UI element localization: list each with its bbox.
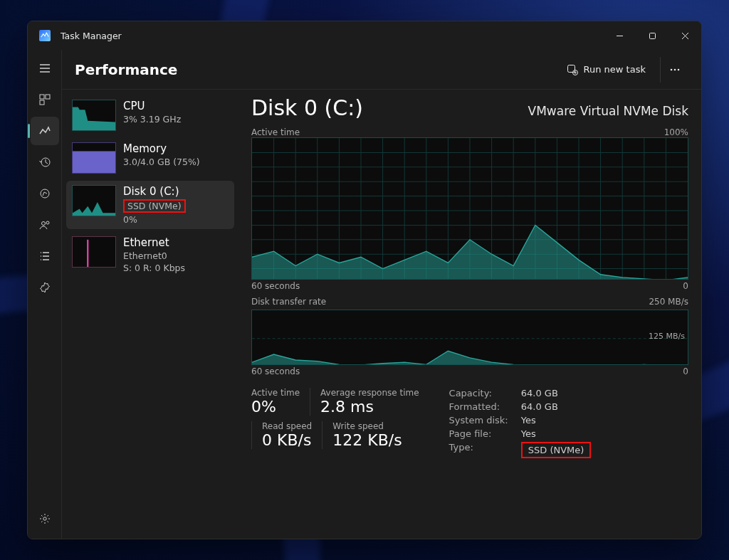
more-options-button[interactable] xyxy=(660,57,688,83)
detail-model: VMware Virtual NVMe Disk xyxy=(528,104,688,118)
task-manager-window: Task Manager Performance xyxy=(27,21,702,539)
svg-point-14 xyxy=(670,68,672,70)
detail-title: Disk 0 (C:) xyxy=(251,95,363,120)
kpi-read-label: Read speed xyxy=(262,421,312,431)
svg-rect-12 xyxy=(567,65,575,72)
svg-rect-5 xyxy=(46,95,50,99)
svg-rect-4 xyxy=(40,95,44,99)
disk-sub2: 0% xyxy=(123,214,186,225)
svg-marker-19 xyxy=(73,202,115,216)
nav-services[interactable] xyxy=(31,273,59,302)
titlebar: Task Manager xyxy=(28,21,701,50)
svg-rect-1 xyxy=(649,33,655,38)
minimize-button[interactable] xyxy=(603,21,636,50)
disk-name: Disk 0 (C:) xyxy=(123,185,186,198)
nav-users[interactable] xyxy=(31,211,59,239)
app-icon xyxy=(39,30,51,41)
maximize-button[interactable] xyxy=(636,21,668,50)
chart2-max: 250 MB/s xyxy=(649,297,688,307)
svg-point-10 xyxy=(46,221,49,224)
kpi-read-value: 0 KB/s xyxy=(262,431,312,449)
nav-processes[interactable] xyxy=(31,85,59,114)
eth-name: Ethernet xyxy=(123,236,185,249)
detail-panel: Disk 0 (C:) VMware Virtual NVMe Disk Act… xyxy=(238,90,701,539)
nav-details[interactable] xyxy=(31,242,59,270)
chart1-xright: 0 xyxy=(683,281,688,291)
sidebar-item-disk0[interactable]: Disk 0 (C:) SSD (NVMe) 0% xyxy=(66,181,234,229)
svg-point-8 xyxy=(41,189,49,198)
eth-sub1: Ethernet0 xyxy=(123,250,185,261)
eth-thumb xyxy=(72,236,116,268)
kpi-avg-value: 2.8 ms xyxy=(320,398,419,416)
hamburger-button[interactable] xyxy=(31,54,59,83)
transfer-rate-chart: 125 MB/s xyxy=(251,310,688,365)
page-title: Performance xyxy=(75,61,177,78)
type-value: SSD (NVMe) xyxy=(521,442,592,458)
sidebar-item-ethernet[interactable]: Ethernet Ethernet0 S: 0 R: 0 Kbps xyxy=(66,232,234,278)
svg-marker-17 xyxy=(73,107,115,130)
performance-sidebar: CPU 3% 3.19 GHz Memory 3.0/4.0 GB (75%) xyxy=(62,90,238,539)
eth-sub2: S: 0 R: 0 Kbps xyxy=(123,263,185,273)
run-task-icon xyxy=(567,64,578,75)
nav-performance[interactable] xyxy=(31,117,59,145)
sidebar-item-memory[interactable]: Memory 3.0/4.0 GB (75%) xyxy=(66,138,234,178)
active-time-chart xyxy=(251,137,688,280)
disk-sub1: SSD (NVMe) xyxy=(123,199,186,213)
chart1-max: 100% xyxy=(664,127,688,137)
kpi-active-label: Active time xyxy=(251,388,300,398)
memory-sub: 3.0/4.0 GB (75%) xyxy=(123,157,200,167)
svg-point-16 xyxy=(677,68,679,70)
kpi-avg-label: Average response time xyxy=(320,388,419,398)
chart2-xleft: 60 seconds xyxy=(251,366,300,376)
kpi-write-label: Write speed xyxy=(332,421,402,431)
run-task-label: Run new task xyxy=(584,64,646,75)
kpi-active-value: 0% xyxy=(251,398,300,416)
cpu-name: CPU xyxy=(123,100,181,112)
cpu-sub: 3% 3.19 GHz xyxy=(123,114,181,125)
page-header: Performance Run new task xyxy=(62,50,701,90)
svg-point-15 xyxy=(673,68,676,70)
svg-point-11 xyxy=(43,517,46,520)
properties-panel: Capacity:64.0 GB Formatted:64.0 GB Syste… xyxy=(449,388,592,458)
nav-startup[interactable] xyxy=(31,179,59,208)
memory-name: Memory xyxy=(123,142,200,155)
svg-rect-6 xyxy=(40,100,44,105)
nav-settings[interactable] xyxy=(31,504,59,533)
nav-rail xyxy=(28,50,62,539)
disk-thumb xyxy=(72,185,116,216)
close-button[interactable] xyxy=(668,21,701,50)
chart2-xright: 0 xyxy=(683,366,688,376)
chart2-label: Disk transfer rate xyxy=(251,297,326,307)
kpi-write-value: 122 KB/s xyxy=(332,431,402,449)
cpu-thumb xyxy=(72,100,116,131)
svg-point-9 xyxy=(41,222,45,226)
nav-app-history[interactable] xyxy=(31,148,59,176)
svg-rect-18 xyxy=(73,151,115,173)
chart1-xleft: 60 seconds xyxy=(251,281,300,291)
sidebar-item-cpu[interactable]: CPU 3% 3.19 GHz xyxy=(66,95,234,135)
app-title: Task Manager xyxy=(61,31,122,41)
memory-thumb xyxy=(72,142,116,174)
run-new-task-button[interactable]: Run new task xyxy=(560,60,653,80)
chart1-label: Active time xyxy=(251,127,300,137)
